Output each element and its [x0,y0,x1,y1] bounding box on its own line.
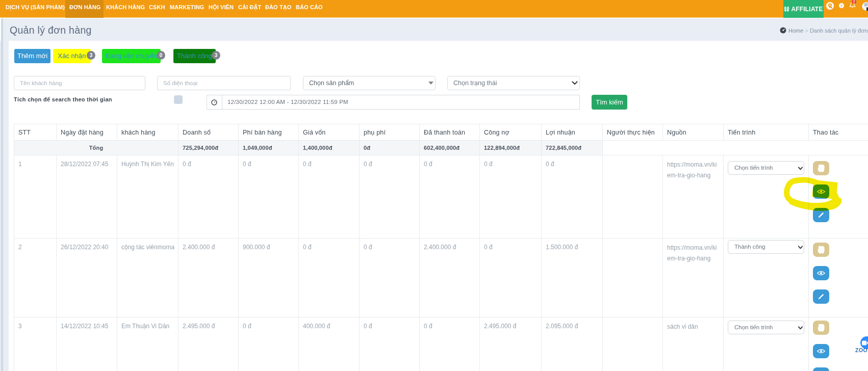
svg-text:?: ? [840,4,843,8]
